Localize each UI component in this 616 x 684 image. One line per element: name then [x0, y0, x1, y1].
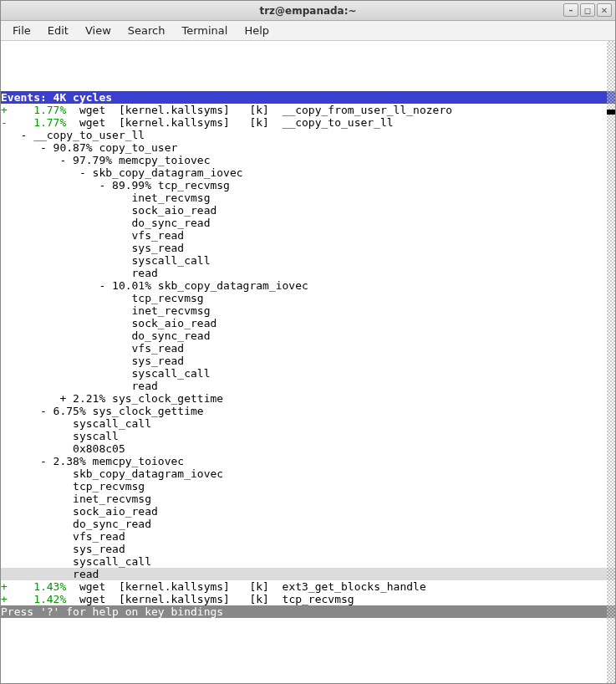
profile-row: - 1.77% wget [kernel.kallsyms] [k] __cop…: [1, 116, 615, 129]
term-line: sys_read: [1, 355, 615, 367]
term-line: - skb_copy_datagram_iovec: [1, 166, 615, 179]
menu-edit[interactable]: Edit: [39, 22, 77, 39]
window-controls: – ◻ ✕: [563, 3, 612, 17]
term-line: sock_aio_read: [1, 317, 615, 329]
term-line: syscall_call: [1, 367, 615, 380]
term-line: tcp_recvmsg: [1, 480, 615, 493]
close-button[interactable]: ✕: [597, 3, 612, 17]
term-line: vfs_read: [1, 342, 615, 355]
term-line: - 97.79% memcpy_toiovec: [1, 154, 615, 166]
term-line: - 6.75% sys_clock_gettime: [1, 405, 615, 417]
term-line: do_sync_read: [1, 329, 615, 342]
term-line: sock_aio_read: [1, 505, 615, 518]
window-title: trz@empanada:~: [259, 5, 356, 17]
terminal-content: Events: 4K cycles + 1.77% wget [kernel.k…: [1, 91, 615, 618]
term-line: sys_read: [1, 543, 615, 555]
term-line: - 90.87% copy_to_user: [1, 141, 615, 154]
menu-terminal[interactable]: Terminal: [173, 22, 236, 39]
term-line: inet_recvmsg: [1, 304, 615, 317]
term-line: inet_recvmsg: [1, 493, 615, 505]
menu-help[interactable]: Help: [236, 22, 277, 39]
term-line: syscall_call: [1, 555, 615, 568]
term-line: vfs_read: [1, 229, 615, 242]
profile-row: + 1.42% wget [kernel.kallsyms] [k] tcp_r…: [1, 593, 615, 605]
term-line: sys_read: [1, 242, 615, 254]
menu-view[interactable]: View: [77, 22, 120, 39]
term-line: - 10.01% skb_copy_datagram_iovec: [1, 279, 615, 292]
term-line: syscall: [1, 430, 615, 442]
term-line: skb_copy_datagram_iovec: [1, 467, 615, 480]
profile-row: + 1.77% wget [kernel.kallsyms] [k] __cop…: [1, 104, 615, 116]
term-line: inet_recvmsg: [1, 191, 615, 204]
term-line: - __copy_to_user_ll: [1, 129, 615, 141]
term-line: Press '?' for help on key bindings: [1, 605, 615, 618]
term-line: syscall_call: [1, 417, 615, 430]
scrollbar-thumb[interactable]: [607, 110, 615, 115]
term-line: do_sync_read: [1, 518, 615, 530]
scrollbar-track[interactable]: [607, 41, 615, 683]
minimize-button[interactable]: –: [563, 3, 578, 17]
menu-file[interactable]: File: [4, 22, 39, 39]
terminal-window: trz@empanada:~ – ◻ ✕ File Edit View Sear…: [0, 0, 616, 684]
titlebar: trz@empanada:~ – ◻ ✕: [1, 1, 615, 21]
term-line: 0x808c05: [1, 442, 615, 455]
term-line: + 2.21% sys_clock_gettime: [1, 392, 615, 405]
term-line: read: [1, 267, 615, 279]
maximize-button[interactable]: ◻: [580, 3, 595, 17]
term-line: syscall_call: [1, 254, 615, 267]
profile-row: + 1.43% wget [kernel.kallsyms] [k] ext3_…: [1, 580, 615, 593]
term-line: Events: 4K cycles: [1, 91, 615, 104]
term-line: do_sync_read: [1, 217, 615, 229]
term-line: tcp_recvmsg: [1, 292, 615, 304]
term-line: read: [1, 380, 615, 392]
term-line: read: [1, 568, 615, 580]
menu-search[interactable]: Search: [120, 22, 174, 39]
terminal-body[interactable]: Events: 4K cycles + 1.77% wget [kernel.k…: [1, 41, 615, 683]
term-line: vfs_read: [1, 530, 615, 543]
menubar: File Edit View Search Terminal Help: [1, 21, 615, 41]
term-line: - 2.38% memcpy_toiovec: [1, 455, 615, 467]
term-line: - 89.99% tcp_recvmsg: [1, 179, 615, 191]
term-line: sock_aio_read: [1, 204, 615, 217]
